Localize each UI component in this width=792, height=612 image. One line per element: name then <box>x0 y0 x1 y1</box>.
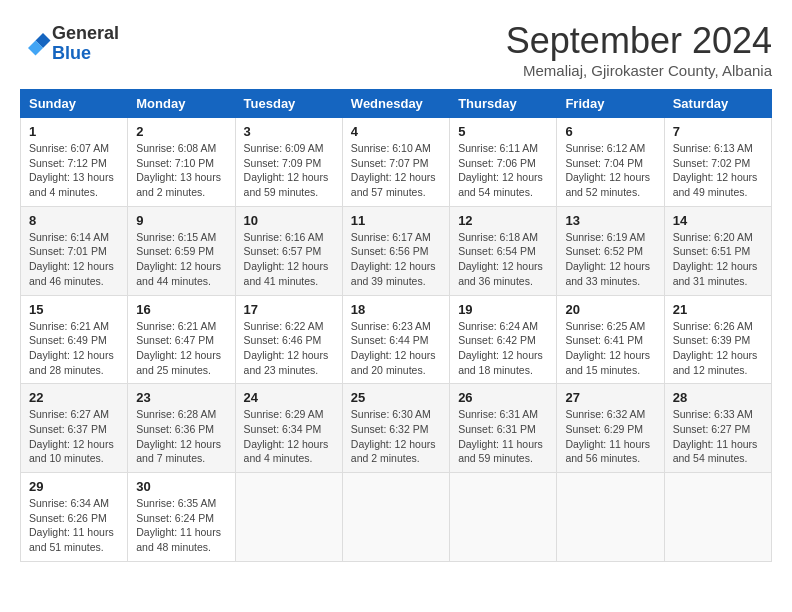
day-number: 14 <box>673 213 763 228</box>
day-number: 3 <box>244 124 334 139</box>
calendar-week-row: 22Sunrise: 6:27 AMSunset: 6:37 PMDayligh… <box>21 384 772 473</box>
calendar-body: 1Sunrise: 6:07 AMSunset: 7:12 PMDaylight… <box>21 118 772 562</box>
calendar-header-wednesday: Wednesday <box>342 90 449 118</box>
day-detail: Sunrise: 6:30 AMSunset: 6:32 PMDaylight:… <box>351 407 441 466</box>
day-number: 16 <box>136 302 226 317</box>
day-number: 17 <box>244 302 334 317</box>
day-number: 18 <box>351 302 441 317</box>
day-number: 6 <box>565 124 655 139</box>
calendar-cell: 2Sunrise: 6:08 AMSunset: 7:10 PMDaylight… <box>128 118 235 207</box>
day-number: 15 <box>29 302 119 317</box>
calendar-cell: 12Sunrise: 6:18 AMSunset: 6:54 PMDayligh… <box>450 206 557 295</box>
subtitle: Memaliaj, Gjirokaster County, Albania <box>506 62 772 79</box>
calendar-cell: 25Sunrise: 6:30 AMSunset: 6:32 PMDayligh… <box>342 384 449 473</box>
day-number: 28 <box>673 390 763 405</box>
calendar-cell <box>235 473 342 562</box>
logo-blue: Blue <box>52 44 119 64</box>
calendar-cell: 7Sunrise: 6:13 AMSunset: 7:02 PMDaylight… <box>664 118 771 207</box>
day-detail: Sunrise: 6:10 AMSunset: 7:07 PMDaylight:… <box>351 141 441 200</box>
calendar-cell: 15Sunrise: 6:21 AMSunset: 6:49 PMDayligh… <box>21 295 128 384</box>
calendar-cell: 6Sunrise: 6:12 AMSunset: 7:04 PMDaylight… <box>557 118 664 207</box>
day-number: 27 <box>565 390 655 405</box>
day-detail: Sunrise: 6:33 AMSunset: 6:27 PMDaylight:… <box>673 407 763 466</box>
day-detail: Sunrise: 6:31 AMSunset: 6:31 PMDaylight:… <box>458 407 548 466</box>
day-number: 24 <box>244 390 334 405</box>
day-detail: Sunrise: 6:23 AMSunset: 6:44 PMDaylight:… <box>351 319 441 378</box>
calendar-cell: 29Sunrise: 6:34 AMSunset: 6:26 PMDayligh… <box>21 473 128 562</box>
calendar-cell: 21Sunrise: 6:26 AMSunset: 6:39 PMDayligh… <box>664 295 771 384</box>
day-detail: Sunrise: 6:16 AMSunset: 6:57 PMDaylight:… <box>244 230 334 289</box>
day-number: 4 <box>351 124 441 139</box>
day-number: 11 <box>351 213 441 228</box>
day-detail: Sunrise: 6:08 AMSunset: 7:10 PMDaylight:… <box>136 141 226 200</box>
day-number: 21 <box>673 302 763 317</box>
day-number: 29 <box>29 479 119 494</box>
calendar-cell: 3Sunrise: 6:09 AMSunset: 7:09 PMDaylight… <box>235 118 342 207</box>
day-number: 9 <box>136 213 226 228</box>
calendar-cell: 19Sunrise: 6:24 AMSunset: 6:42 PMDayligh… <box>450 295 557 384</box>
calendar-cell: 14Sunrise: 6:20 AMSunset: 6:51 PMDayligh… <box>664 206 771 295</box>
calendar-cell: 4Sunrise: 6:10 AMSunset: 7:07 PMDaylight… <box>342 118 449 207</box>
day-number: 25 <box>351 390 441 405</box>
day-detail: Sunrise: 6:34 AMSunset: 6:26 PMDaylight:… <box>29 496 119 555</box>
day-detail: Sunrise: 6:17 AMSunset: 6:56 PMDaylight:… <box>351 230 441 289</box>
day-detail: Sunrise: 6:09 AMSunset: 7:09 PMDaylight:… <box>244 141 334 200</box>
day-detail: Sunrise: 6:11 AMSunset: 7:06 PMDaylight:… <box>458 141 548 200</box>
calendar-week-row: 15Sunrise: 6:21 AMSunset: 6:49 PMDayligh… <box>21 295 772 384</box>
month-title: September 2024 <box>506 20 772 62</box>
calendar-header-monday: Monday <box>128 90 235 118</box>
calendar-cell <box>557 473 664 562</box>
day-number: 2 <box>136 124 226 139</box>
day-detail: Sunrise: 6:21 AMSunset: 6:47 PMDaylight:… <box>136 319 226 378</box>
day-detail: Sunrise: 6:19 AMSunset: 6:52 PMDaylight:… <box>565 230 655 289</box>
day-number: 23 <box>136 390 226 405</box>
day-detail: Sunrise: 6:12 AMSunset: 7:04 PMDaylight:… <box>565 141 655 200</box>
day-detail: Sunrise: 6:14 AMSunset: 7:01 PMDaylight:… <box>29 230 119 289</box>
calendar-cell <box>664 473 771 562</box>
calendar-header-tuesday: Tuesday <box>235 90 342 118</box>
calendar-week-row: 1Sunrise: 6:07 AMSunset: 7:12 PMDaylight… <box>21 118 772 207</box>
calendar-header-row: SundayMondayTuesdayWednesdayThursdayFrid… <box>21 90 772 118</box>
calendar-cell: 24Sunrise: 6:29 AMSunset: 6:34 PMDayligh… <box>235 384 342 473</box>
calendar-header-saturday: Saturday <box>664 90 771 118</box>
calendar-cell: 17Sunrise: 6:22 AMSunset: 6:46 PMDayligh… <box>235 295 342 384</box>
calendar-cell: 16Sunrise: 6:21 AMSunset: 6:47 PMDayligh… <box>128 295 235 384</box>
day-detail: Sunrise: 6:21 AMSunset: 6:49 PMDaylight:… <box>29 319 119 378</box>
day-number: 30 <box>136 479 226 494</box>
logo-icon <box>22 27 52 57</box>
calendar-cell: 8Sunrise: 6:14 AMSunset: 7:01 PMDaylight… <box>21 206 128 295</box>
day-detail: Sunrise: 6:26 AMSunset: 6:39 PMDaylight:… <box>673 319 763 378</box>
day-detail: Sunrise: 6:13 AMSunset: 7:02 PMDaylight:… <box>673 141 763 200</box>
calendar-cell: 26Sunrise: 6:31 AMSunset: 6:31 PMDayligh… <box>450 384 557 473</box>
page-header: General Blue September 2024 Memaliaj, Gj… <box>20 20 772 79</box>
day-number: 5 <box>458 124 548 139</box>
calendar-cell: 30Sunrise: 6:35 AMSunset: 6:24 PMDayligh… <box>128 473 235 562</box>
calendar-cell: 9Sunrise: 6:15 AMSunset: 6:59 PMDaylight… <box>128 206 235 295</box>
day-number: 20 <box>565 302 655 317</box>
day-detail: Sunrise: 6:07 AMSunset: 7:12 PMDaylight:… <box>29 141 119 200</box>
day-number: 19 <box>458 302 548 317</box>
calendar-cell <box>450 473 557 562</box>
day-detail: Sunrise: 6:27 AMSunset: 6:37 PMDaylight:… <box>29 407 119 466</box>
day-number: 13 <box>565 213 655 228</box>
day-number: 7 <box>673 124 763 139</box>
day-detail: Sunrise: 6:24 AMSunset: 6:42 PMDaylight:… <box>458 319 548 378</box>
calendar-header-sunday: Sunday <box>21 90 128 118</box>
day-detail: Sunrise: 6:25 AMSunset: 6:41 PMDaylight:… <box>565 319 655 378</box>
day-detail: Sunrise: 6:28 AMSunset: 6:36 PMDaylight:… <box>136 407 226 466</box>
calendar-cell: 18Sunrise: 6:23 AMSunset: 6:44 PMDayligh… <box>342 295 449 384</box>
logo-general: General <box>52 24 119 44</box>
day-detail: Sunrise: 6:29 AMSunset: 6:34 PMDaylight:… <box>244 407 334 466</box>
day-detail: Sunrise: 6:20 AMSunset: 6:51 PMDaylight:… <box>673 230 763 289</box>
calendar-cell: 27Sunrise: 6:32 AMSunset: 6:29 PMDayligh… <box>557 384 664 473</box>
day-number: 26 <box>458 390 548 405</box>
title-block: September 2024 Memaliaj, Gjirokaster Cou… <box>506 20 772 79</box>
day-detail: Sunrise: 6:35 AMSunset: 6:24 PMDaylight:… <box>136 496 226 555</box>
calendar-cell: 28Sunrise: 6:33 AMSunset: 6:27 PMDayligh… <box>664 384 771 473</box>
calendar-week-row: 29Sunrise: 6:34 AMSunset: 6:26 PMDayligh… <box>21 473 772 562</box>
day-number: 22 <box>29 390 119 405</box>
logo: General Blue <box>20 24 119 64</box>
calendar-table: SundayMondayTuesdayWednesdayThursdayFrid… <box>20 89 772 562</box>
day-number: 12 <box>458 213 548 228</box>
calendar-cell: 22Sunrise: 6:27 AMSunset: 6:37 PMDayligh… <box>21 384 128 473</box>
